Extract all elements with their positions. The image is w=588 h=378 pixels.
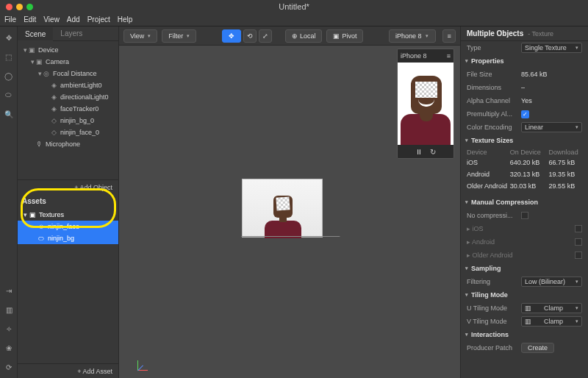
tree-item[interactable]: ◈faceTracker0 [18, 103, 118, 115]
u-tiling-select[interactable]: ▥ Clamp [521, 303, 582, 313]
viewport-panel: View Filter ✥ ⟲ ⤢ ⊕ Local ▣ Pivot iPhone… [119, 26, 460, 378]
manipulator-move-button[interactable]: ✥ [222, 29, 241, 43]
view-dropdown[interactable]: View [123, 29, 157, 43]
manipulator-scale-button[interactable]: ⤢ [259, 29, 272, 43]
tool-icon[interactable]: ▥ [4, 304, 14, 315]
tab-layers[interactable]: Layers [53, 26, 90, 40]
close-window-button[interactable] [6, 4, 12, 10]
menu-help[interactable]: Help [118, 15, 133, 24]
tree-item[interactable]: ▾▣Camera [18, 56, 118, 68]
left-tool-strip: ✥ ⬚ ◯ ⬭ 🔍 ⇥ ▥ ✧ ❀ ⟳ [0, 26, 18, 378]
menu-add[interactable]: Add [67, 15, 80, 24]
preview-device-label: iPhone 8 [401, 52, 427, 60]
pause-icon[interactable]: ⏸ [415, 148, 423, 156]
tree-item[interactable]: ◇ninjin_bg_0 [18, 115, 118, 126]
tree-item[interactable]: ◇ninjin_face_0 [18, 126, 118, 138]
tool-icon[interactable]: ✧ [4, 324, 14, 334]
no-compression-checkbox[interactable] [521, 212, 528, 219]
add-asset-button[interactable]: + Add Asset [18, 363, 118, 378]
tool-icon[interactable]: ⇥ [4, 285, 14, 296]
tree-item[interactable]: 🎙Microphone [18, 138, 118, 150]
type-select[interactable]: Single Texture [521, 43, 582, 53]
tool-icon[interactable]: ◯ [4, 71, 14, 81]
menu-bar: File Edit View Add Project Help [0, 13, 588, 26]
tool-icon[interactable]: 🔍 [4, 109, 14, 119]
scene-tree[interactable]: ▾▣Device▾▣Camera▾◎Focal Distance◈ambient… [18, 41, 118, 179]
tool-icon[interactable]: ❀ [4, 343, 14, 353]
tab-scene[interactable]: Scene [18, 27, 53, 41]
window-title: Untitled* [279, 2, 309, 11]
filtering-select[interactable]: Low (Bilinear) [521, 277, 582, 287]
preview-menu-icon[interactable]: ≡ [447, 52, 451, 60]
manipulator-rotate-button[interactable]: ⟲ [243, 29, 257, 43]
face-mask-checker [276, 196, 290, 210]
inspector-subtitle: - Texture [528, 30, 553, 38]
section-properties[interactable]: Properties [461, 54, 588, 68]
restart-icon[interactable]: ↻ [430, 148, 436, 156]
android-compression-checkbox[interactable] [575, 238, 582, 246]
ios-compression-checkbox[interactable] [575, 225, 582, 232]
space-local-button[interactable]: ⊕ Local [285, 29, 323, 43]
scene-plane [242, 179, 337, 252]
tree-item[interactable]: ◈directionalLight0 [18, 91, 118, 103]
tree-item[interactable]: ▾◎Focal Distance [18, 68, 118, 79]
assets-tree[interactable]: ▾▣Textures☺ninjin_face⬭ninjin_bg [18, 207, 118, 363]
premultiply-checkbox[interactable]: ✓ [521, 110, 529, 118]
menu-project[interactable]: Project [87, 15, 110, 24]
device-dropdown[interactable]: iPhone 8 [389, 29, 436, 43]
section-interactions[interactable]: Interactions [461, 328, 588, 341]
inspector-panel: Multiple Objects- Texture TypeSingle Tex… [460, 26, 588, 378]
scene-panel-tabs: Scene Layers [18, 26, 118, 41]
filter-dropdown[interactable]: Filter [162, 29, 196, 43]
older-android-compression-checkbox[interactable] [575, 252, 582, 259]
asset-item[interactable]: ☺ninjin_face [18, 221, 118, 232]
section-texture-sizes[interactable]: Texture Sizes [461, 134, 588, 147]
create-patch-button[interactable]: Create [521, 343, 554, 353]
menu-file[interactable]: File [4, 15, 16, 24]
assets-header: Assets [18, 194, 118, 207]
preview-menu-icon[interactable]: ≡ [442, 29, 456, 43]
tree-item[interactable]: ◈ambientLight0 [18, 79, 118, 91]
section-tiling[interactable]: Tiling Mode [461, 288, 588, 302]
device-preview: iPhone 8≡ ⏸↻ [397, 49, 454, 159]
add-object-button[interactable]: + Add Object [18, 179, 118, 194]
zoom-window-button[interactable] [26, 4, 33, 10]
section-manual-compression[interactable]: Manual Compression [461, 196, 588, 209]
section-sampling[interactable]: Sampling [461, 262, 588, 275]
v-tiling-select[interactable]: ▥ Clamp [521, 316, 582, 327]
title-bar: Untitled* [0, 0, 588, 13]
tool-icon[interactable]: ✥ [4, 32, 14, 43]
texture-sizes-table: DeviceOn DeviceDownload iOS640.20 kB66.7… [461, 147, 588, 196]
tool-icon[interactable]: ⬚ [4, 51, 14, 62]
asset-item[interactable]: ▾▣Textures [18, 209, 118, 221]
color-encoding-select[interactable]: Linear [521, 122, 582, 132]
axis-gizmo [129, 353, 147, 371]
preview-image [398, 63, 453, 145]
tree-item[interactable]: ▾▣Device [18, 44, 118, 56]
inspector-title: Multiple Objects [467, 29, 523, 38]
menu-edit[interactable]: Edit [24, 15, 36, 24]
tool-icon[interactable]: ⬭ [4, 90, 14, 100]
minimize-window-button[interactable] [16, 4, 23, 10]
pivot-button[interactable]: ▣ Pivot [326, 29, 363, 43]
tool-icon[interactable]: ⟳ [4, 362, 14, 372]
asset-item[interactable]: ⬭ninjin_bg [18, 232, 118, 244]
menu-view[interactable]: View [43, 15, 60, 24]
